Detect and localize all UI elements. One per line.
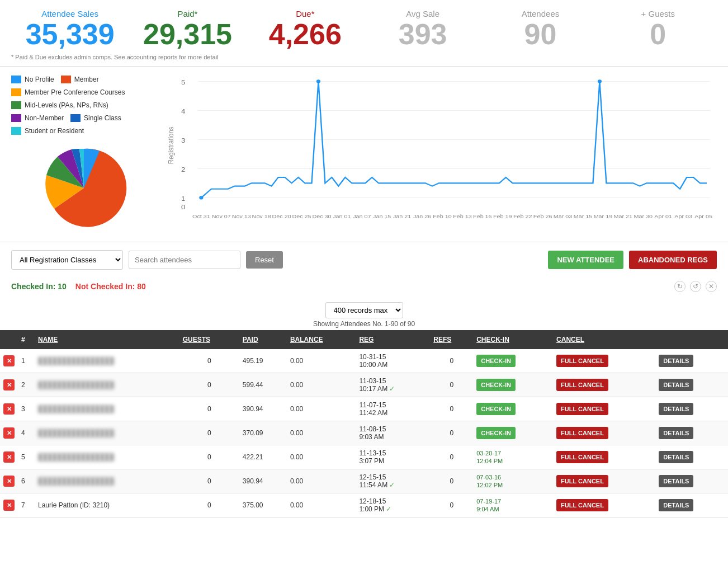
attendee-checkin[interactable]: CHECK-IN: [473, 373, 553, 397]
attendee-checkin[interactable]: CHECK-IN: [473, 421, 553, 445]
registration-class-dropdown[interactable]: All Registration Classes: [11, 250, 123, 270]
attendee-details[interactable]: DETAILS: [655, 349, 728, 373]
attendee-cancel[interactable]: FULL CANCEL: [553, 493, 655, 517]
abandoned-regs-button[interactable]: ABANDONED REGS: [629, 251, 717, 269]
legend-member-pre: Member Pre Conference Courses: [11, 88, 125, 96]
col-guests[interactable]: GUESTS: [179, 330, 239, 349]
controls-section: All Registration Classes Reset NEW ATTEN…: [0, 242, 728, 277]
attendee-details[interactable]: DETAILS: [655, 397, 728, 421]
svg-text:Nov 18: Nov 18: [252, 214, 272, 219]
attendee-paid: 370.09: [239, 421, 287, 445]
attendee-details[interactable]: DETAILS: [655, 469, 728, 493]
details-button[interactable]: DETAILS: [659, 475, 693, 487]
col-cancel[interactable]: CANCEL: [553, 330, 655, 349]
attendee-checkin[interactable]: CHECK-IN: [473, 349, 553, 373]
table-row: ✕1████████████████0495.190.0010-31-1510:…: [0, 349, 728, 373]
attendee-reg: 11-08-159:03 AM: [356, 421, 430, 445]
delete-button[interactable]: ✕: [3, 427, 15, 439]
col-refs[interactable]: REFS: [430, 330, 473, 349]
col-reg[interactable]: REG: [356, 330, 430, 349]
table-row: ✕5████████████████0422.210.0011-13-153:0…: [0, 445, 728, 469]
svg-text:Jan 21: Jan 21: [393, 214, 412, 219]
attendee-paid: 422.21: [239, 445, 287, 469]
details-button[interactable]: DETAILS: [659, 355, 693, 367]
reload-icon[interactable]: ↺: [690, 281, 701, 292]
full-cancel-button[interactable]: FULL CANCEL: [556, 427, 608, 439]
attendee-cancel[interactable]: FULL CANCEL: [553, 445, 655, 469]
details-button[interactable]: DETAILS: [659, 451, 693, 463]
delete-button[interactable]: ✕: [3, 355, 15, 366]
attendee-name: Laurie Patton (ID: 3210): [35, 493, 179, 517]
attendee-refs: 0: [430, 493, 473, 517]
attendee-cancel[interactable]: FULL CANCEL: [553, 421, 655, 445]
svg-text:Apr 05: Apr 05: [694, 214, 712, 219]
details-button[interactable]: DETAILS: [659, 403, 693, 415]
attendee-details[interactable]: DETAILS: [655, 493, 728, 517]
col-paid[interactable]: PAID: [239, 330, 287, 349]
svg-text:Feb 19: Feb 19: [493, 214, 512, 219]
attendee-cancel[interactable]: FULL CANCEL: [553, 397, 655, 421]
reset-button[interactable]: Reset: [246, 251, 283, 269]
attendee-guests: 0: [179, 493, 239, 517]
check-in-button[interactable]: CHECK-IN: [476, 403, 516, 415]
details-button[interactable]: DETAILS: [659, 499, 693, 511]
attendee-details[interactable]: DETAILS: [655, 421, 728, 445]
delete-button[interactable]: ✕: [3, 451, 15, 463]
full-cancel-button[interactable]: FULL CANCEL: [556, 499, 608, 511]
delete-button[interactable]: ✕: [3, 476, 15, 487]
attendee-cancel[interactable]: FULL CANCEL: [553, 349, 655, 373]
svg-text:Jan 01: Jan 01: [333, 214, 351, 219]
col-balance[interactable]: BALANCE: [287, 330, 356, 349]
close-icon[interactable]: ✕: [706, 281, 717, 292]
col-checkin[interactable]: CHECK-IN: [473, 330, 553, 349]
full-cancel-button[interactable]: FULL CANCEL: [556, 403, 608, 415]
refresh-icon[interactable]: ↻: [674, 281, 686, 292]
svg-text:Mar 19: Mar 19: [594, 214, 613, 219]
attendee-guests: 0: [179, 373, 239, 397]
svg-point-14: [598, 79, 602, 83]
attendee-details[interactable]: DETAILS: [655, 373, 728, 397]
full-cancel-button[interactable]: FULL CANCEL: [556, 451, 608, 463]
attendee-checkin[interactable]: CHECK-IN: [473, 397, 553, 421]
attendee-checkin[interactable]: 03-20-1712:04 PM: [473, 445, 553, 469]
col-name[interactable]: NAME: [35, 330, 179, 349]
legend-single-class: Single Class: [70, 114, 121, 122]
svg-text:Feb 26: Feb 26: [533, 214, 552, 219]
attendee-checkin[interactable]: 07-19-179:04 AM: [473, 493, 553, 517]
svg-text:Nov 13: Nov 13: [232, 214, 252, 219]
not-checked-in-label: Not Checked In: 80: [75, 282, 146, 291]
attendee-name: ████████████████: [35, 469, 179, 493]
full-cancel-button[interactable]: FULL CANCEL: [556, 379, 608, 391]
due-value: 4,266: [247, 18, 364, 50]
table-row: ✕7Laurie Patton (ID: 3210)0375.000.0012-…: [0, 493, 728, 517]
details-button[interactable]: DETAILS: [659, 379, 693, 391]
attendee-cancel[interactable]: FULL CANCEL: [553, 469, 655, 493]
svg-text:Jan 26: Jan 26: [413, 214, 432, 219]
search-input[interactable]: [129, 251, 240, 269]
attendee-reg: 12-15-1511:54 AM ✓: [356, 469, 430, 493]
delete-button[interactable]: ✕: [3, 403, 15, 415]
attendee-name: ████████████████: [35, 397, 179, 421]
attendee-cancel[interactable]: FULL CANCEL: [553, 373, 655, 397]
svg-text:Jan 07: Jan 07: [353, 214, 371, 219]
attendee-balance: 0.00: [287, 373, 356, 397]
check-in-button[interactable]: CHECK-IN: [476, 355, 516, 367]
attendee-refs: 0: [430, 373, 473, 397]
full-cancel-button[interactable]: FULL CANCEL: [556, 355, 608, 367]
attendee-details[interactable]: DETAILS: [655, 445, 728, 469]
svg-text:Apr 01: Apr 01: [654, 214, 672, 219]
attendee-paid: 375.00: [239, 493, 287, 517]
avg-sale-stat: Avg Sale 393: [364, 9, 481, 50]
new-attendee-button[interactable]: NEW ATTENDEE: [548, 251, 623, 269]
full-cancel-button[interactable]: FULL CANCEL: [556, 475, 608, 487]
delete-button[interactable]: ✕: [3, 500, 15, 511]
check-in-button[interactable]: CHECK-IN: [476, 379, 516, 391]
check-in-button[interactable]: CHECK-IN: [476, 427, 516, 439]
details-button[interactable]: DETAILS: [659, 427, 693, 439]
records-max-dropdown[interactable]: 400 records max: [325, 302, 403, 318]
attendee-checkin[interactable]: 07-03-1612:02 PM: [473, 469, 553, 493]
attendees-table: # NAME GUESTS PAID BALANCE REG REFS CHEC…: [0, 330, 728, 517]
row-number: 7: [18, 493, 35, 517]
delete-button[interactable]: ✕: [3, 379, 15, 390]
pie-chart: [11, 143, 157, 233]
